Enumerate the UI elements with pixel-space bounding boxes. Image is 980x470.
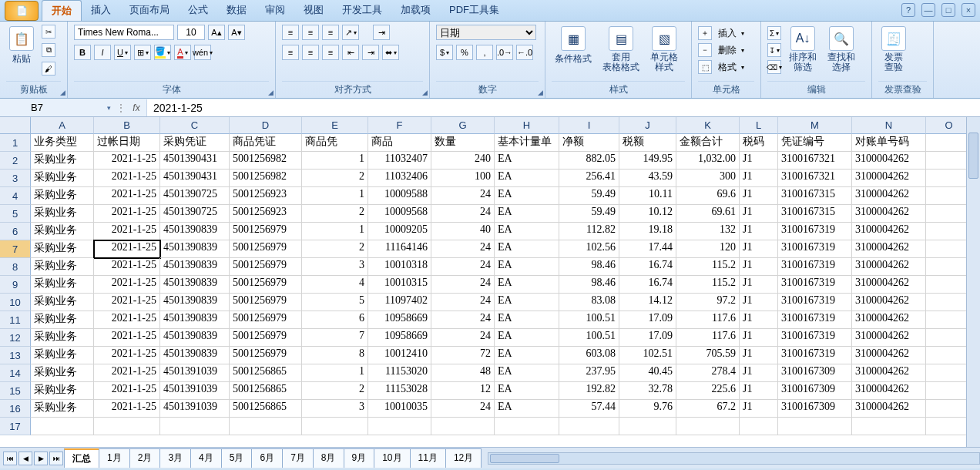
- cell[interactable]: 5001256979: [230, 258, 302, 276]
- cell[interactable]: 117.6: [676, 329, 740, 347]
- cell[interactable]: 149.95: [619, 152, 676, 170]
- cell[interactable]: 278.4: [676, 364, 740, 382]
- cell[interactable]: 24: [431, 329, 495, 347]
- align-center-icon[interactable]: ≡: [302, 45, 319, 60]
- sheet-tab[interactable]: 4月: [190, 448, 222, 468]
- cell[interactable]: 3100004262: [852, 311, 926, 329]
- row-header[interactable]: 17: [0, 418, 31, 435]
- cell[interactable]: 3100167315: [778, 205, 852, 223]
- cell[interactable]: 3: [302, 400, 368, 418]
- sheet-tab[interactable]: 7月: [282, 448, 314, 468]
- cell[interactable]: 2021-1-25: [94, 294, 160, 311]
- cell[interactable]: 采购业务: [31, 152, 94, 170]
- cell[interactable]: 采购业务: [31, 205, 94, 223]
- cell[interactable]: 10.11: [619, 187, 676, 205]
- cell[interactable]: 金额合计: [676, 134, 740, 152]
- cell[interactable]: 2021-1-25: [94, 276, 160, 294]
- cell[interactable]: [926, 258, 972, 276]
- cell[interactable]: 10010035: [368, 400, 431, 418]
- sheet-tab[interactable]: 11月: [410, 448, 446, 468]
- cell[interactable]: J1: [740, 240, 778, 258]
- cell[interactable]: J1: [740, 276, 778, 294]
- cell[interactable]: 14.12: [619, 294, 676, 311]
- cell[interactable]: 3100167319: [778, 294, 852, 311]
- cell[interactable]: EA: [495, 364, 559, 382]
- decrease-decimal-icon[interactable]: ←.0: [516, 45, 533, 60]
- ribbon-tab-5[interactable]: 审阅: [256, 0, 294, 21]
- cell[interactable]: 115.2: [676, 258, 740, 276]
- row-header[interactable]: 16: [0, 400, 31, 418]
- cut-icon[interactable]: ✂: [42, 25, 55, 39]
- cell[interactable]: 112.82: [559, 223, 619, 240]
- cell[interactable]: 5001256979: [230, 329, 302, 347]
- ribbon-tab-4[interactable]: 数据: [217, 0, 256, 21]
- col-header-D[interactable]: D: [230, 117, 302, 134]
- ribbon-tab-2[interactable]: 页面布局: [120, 0, 179, 21]
- cell[interactable]: 11032406: [368, 170, 431, 187]
- cell[interactable]: 225.6: [676, 382, 740, 400]
- help-icon[interactable]: ?: [901, 3, 915, 17]
- phonetic-button[interactable]: wén: [194, 45, 211, 60]
- cell[interactable]: 采购业务: [31, 329, 94, 347]
- cell[interactable]: [926, 223, 972, 240]
- cell[interactable]: 43.59: [619, 170, 676, 187]
- cell[interactable]: 24: [431, 294, 495, 311]
- last-sheet-icon[interactable]: ⏭: [49, 452, 63, 465]
- cell[interactable]: 4501390839: [160, 223, 230, 240]
- cell[interactable]: 19.18: [619, 223, 676, 240]
- cell[interactable]: 300: [676, 170, 740, 187]
- cell[interactable]: 商品: [368, 134, 431, 152]
- insert-cells-button[interactable]: ＋插入▾: [698, 26, 754, 40]
- cell[interactable]: [926, 240, 972, 258]
- ribbon-tab-9[interactable]: PDF工具集: [440, 0, 508, 21]
- cell[interactable]: 24: [431, 311, 495, 329]
- align-left-icon[interactable]: ≡: [282, 45, 299, 60]
- cell[interactable]: [495, 418, 559, 435]
- find-select-button[interactable]: 🔍查找和 选择: [824, 25, 858, 74]
- close-icon[interactable]: ×: [962, 3, 975, 17]
- cell[interactable]: 10009205: [368, 223, 431, 240]
- cell[interactable]: 采购业务: [31, 294, 94, 311]
- cell[interactable]: 3100004262: [852, 258, 926, 276]
- row-header[interactable]: 14: [0, 364, 31, 382]
- cell[interactable]: 11097402: [368, 294, 431, 311]
- cell[interactable]: 5001256979: [230, 294, 302, 311]
- clear-button[interactable]: ⌫: [767, 60, 781, 74]
- cell[interactable]: [926, 418, 972, 435]
- cell[interactable]: J1: [740, 223, 778, 240]
- cell[interactable]: 3100004262: [852, 187, 926, 205]
- cell[interactable]: 5001256979: [230, 311, 302, 329]
- cell[interactable]: 100: [431, 170, 495, 187]
- format-painter-icon[interactable]: 🖌: [42, 62, 55, 76]
- fill-button[interactable]: ↧: [767, 43, 781, 57]
- orientation-icon[interactable]: ↗: [342, 25, 359, 40]
- cell[interactable]: 对账单号码: [852, 134, 926, 152]
- cell[interactable]: 采购业务: [31, 347, 94, 364]
- cell[interactable]: [926, 400, 972, 418]
- cell[interactable]: 税码: [740, 134, 778, 152]
- cell[interactable]: 5001256865: [230, 382, 302, 400]
- cell[interactable]: 2: [302, 170, 368, 187]
- cell[interactable]: 256.41: [559, 170, 619, 187]
- cell[interactable]: 4501390839: [160, 258, 230, 276]
- cell[interactable]: 采购业务: [31, 258, 94, 276]
- sheet-tab[interactable]: 10月: [374, 448, 410, 468]
- col-header-A[interactable]: A: [31, 117, 94, 134]
- cell[interactable]: [926, 311, 972, 329]
- cell[interactable]: 2021-1-25: [94, 240, 160, 258]
- cell[interactable]: 102.56: [559, 240, 619, 258]
- cell[interactable]: 4501390839: [160, 311, 230, 329]
- cell[interactable]: 过帐日期: [94, 134, 160, 152]
- cell[interactable]: [926, 347, 972, 364]
- cell[interactable]: 4501390839: [160, 329, 230, 347]
- cell[interactable]: 10012410: [368, 347, 431, 364]
- row-header[interactable]: 2: [0, 152, 31, 170]
- cell[interactable]: 净额: [559, 134, 619, 152]
- cell[interactable]: 4501390725: [160, 205, 230, 223]
- cell[interactable]: 4501390839: [160, 276, 230, 294]
- cell[interactable]: 基本计量单: [495, 134, 559, 152]
- copy-icon[interactable]: ⧉: [42, 43, 55, 57]
- cell[interactable]: EA: [495, 329, 559, 347]
- sort-filter-button[interactable]: A↓排序和 筛选: [786, 25, 820, 74]
- sheet-tab[interactable]: 9月: [344, 448, 375, 468]
